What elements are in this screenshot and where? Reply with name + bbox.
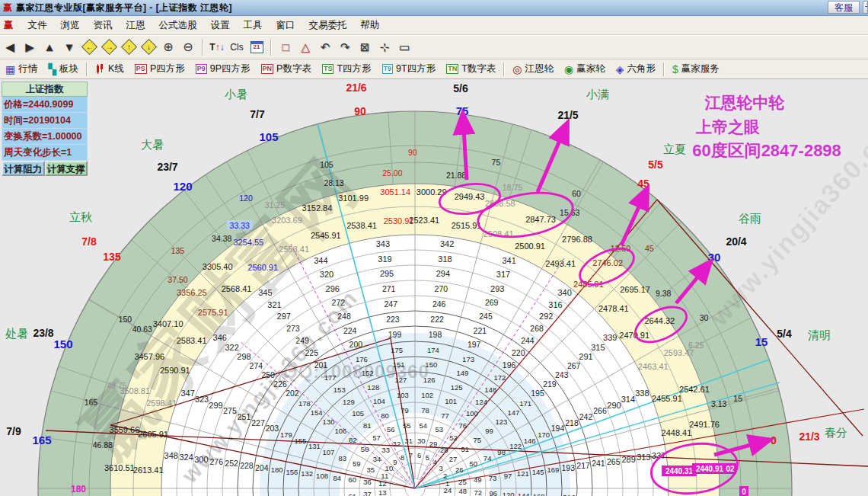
svg-text:324: 324 <box>179 453 193 462</box>
svg-text:32: 32 <box>393 440 401 448</box>
svg-text:83: 83 <box>339 454 347 462</box>
svg-text:0: 0 <box>771 434 777 446</box>
svg-text:上帝之眼: 上帝之眼 <box>695 118 760 136</box>
view-button-t-square[interactable]: TST四方形 <box>317 61 377 77</box>
nav-last-icon[interactable]: ▶ <box>21 38 39 56</box>
draw-square-icon[interactable]: □ <box>276 38 295 56</box>
svg-text:2553.41: 2553.41 <box>279 245 309 254</box>
svg-text:2448.41: 2448.41 <box>662 428 692 437</box>
svg-text:224: 224 <box>343 326 357 335</box>
svg-text:72: 72 <box>474 488 483 496</box>
menu-item-资讯[interactable]: 资讯 <box>87 18 120 34</box>
svg-text:59: 59 <box>353 459 361 468</box>
svg-text:100: 100 <box>466 409 478 418</box>
svg-text:289: 289 <box>621 455 635 464</box>
svg-text:2746.02: 2746.02 <box>592 258 623 267</box>
9p-square-icon: P9 <box>196 64 207 74</box>
titlebar-buttons: 客服讠 <box>828 1 868 14</box>
t-updown-icon[interactable]: T↑↓ <box>208 38 226 56</box>
svg-text:48: 48 <box>459 487 468 495</box>
pan-down-icon[interactable]: ↓ <box>139 38 158 56</box>
svg-text:245: 245 <box>479 312 493 321</box>
svg-text:199: 199 <box>388 330 402 339</box>
svg-text:179: 179 <box>280 430 292 439</box>
view-button-quotes[interactable]: ▦行情 <box>0 61 43 77</box>
menu-item-设置[interactable]: 设置 <box>204 18 237 34</box>
view-button-hexagon[interactable]: ◈六角形 <box>611 61 661 77</box>
svg-text:30: 30 <box>700 313 709 322</box>
pan-left-icon-shape: ← <box>81 39 97 55</box>
rotate-ccw-icon[interactable]: ↶ <box>316 38 334 56</box>
zoom-out-icon[interactable]: ⊖ <box>179 38 197 56</box>
delete-box-icon[interactable]: ⊠ <box>356 38 374 56</box>
svg-text:5/4: 5/4 <box>777 328 792 340</box>
menu-item-公式选股[interactable]: 公式选股 <box>152 18 204 34</box>
partial-button[interactable]: 讠 <box>863 1 868 14</box>
svg-text:269: 269 <box>485 298 499 307</box>
svg-text:228: 228 <box>240 461 254 470</box>
view-button-9p-square[interactable]: P99P四方形 <box>190 61 256 77</box>
svg-text:84: 84 <box>333 474 342 482</box>
toolbar-separator <box>86 62 88 76</box>
view-button-kline[interactable]: K线 <box>90 61 129 77</box>
menu-item-窗口[interactable]: 窗口 <box>270 18 302 34</box>
toolbar-views: ▦行情▚板块K线PSP四方形P99P四方形PNP数字表TST四方形T99T四方形… <box>0 59 868 79</box>
screen-icon[interactable]: ▭ <box>395 38 413 56</box>
menu-item-江恩[interactable]: 江恩 <box>120 18 152 34</box>
view-button-winner-service[interactable]: $赢家服务 <box>667 61 725 77</box>
svg-text:247: 247 <box>385 299 398 309</box>
center-icon[interactable]: ⊹ <box>375 38 394 56</box>
svg-text:145: 145 <box>532 468 544 476</box>
view-button-sectors[interactable]: ▚板块 <box>43 61 84 77</box>
view-button-p-square[interactable]: PSP四方形 <box>129 61 190 77</box>
pan-right-icon[interactable]: → <box>100 38 118 56</box>
cls-button[interactable]: Cls <box>228 38 246 56</box>
pan-down-icon-shape: ↓ <box>140 39 156 55</box>
svg-text:76: 76 <box>458 421 467 430</box>
menu-item-交易委托[interactable]: 交易委托 <box>302 18 354 34</box>
rotate-cw-icon[interactable]: ↷ <box>336 38 354 56</box>
support-button[interactable]: 客服 <box>828 1 860 14</box>
annotation-title: 江恩轮中轮上帝之眼60度区间2847-2898 <box>692 94 841 160</box>
view-button-gann-wheel[interactable]: ◎江恩轮 <box>507 61 559 77</box>
svg-text:175: 175 <box>391 346 403 354</box>
svg-text:2605.91: 2605.91 <box>138 430 168 439</box>
svg-text:78: 78 <box>421 406 429 414</box>
menu-item-浏览[interactable]: 浏览 <box>54 18 87 34</box>
svg-text:74: 74 <box>483 454 492 462</box>
calendar-icon[interactable]: 21 <box>247 38 266 56</box>
menu-item-文件[interactable]: 文件 <box>21 18 54 34</box>
svg-text:293: 293 <box>490 284 504 293</box>
view-button-winner-wheel[interactable]: ◉赢家轮 <box>559 61 611 77</box>
svg-text:33: 33 <box>381 446 390 454</box>
svg-text:348: 348 <box>164 451 178 460</box>
svg-text:13: 13 <box>378 488 387 496</box>
pan-left-icon[interactable]: ← <box>80 38 98 56</box>
svg-text:322: 322 <box>225 343 238 352</box>
view-button-9t-square[interactable]: T99T四方形 <box>377 61 442 77</box>
svg-text:2847.73: 2847.73 <box>525 215 556 224</box>
calc-resistance-button[interactable]: 计算阻力 <box>2 161 45 176</box>
view-button-p-number[interactable]: PNP数字表 <box>256 61 317 77</box>
svg-text:2440.91: 2440.91 <box>696 465 724 473</box>
svg-text:小暑: 小暑 <box>224 88 247 101</box>
calc-support-button[interactable]: 计算支撑 <box>45 161 88 176</box>
zoom-in-icon[interactable]: ⊕ <box>159 38 177 56</box>
pan-up-icon[interactable]: ↑ <box>120 38 138 56</box>
svg-text:54: 54 <box>420 421 428 430</box>
svg-text:7/9: 7/9 <box>6 425 21 437</box>
nav-down-icon[interactable]: ▼ <box>60 38 78 56</box>
draw-triangle-icon[interactable]: △ <box>296 38 314 56</box>
svg-text:60度区间2847-2898: 60度区间2847-2898 <box>692 141 841 160</box>
menu-item-工具[interactable]: 工具 <box>237 18 270 34</box>
nav-first-icon[interactable]: ◀ <box>1 38 19 56</box>
svg-text:34: 34 <box>373 455 381 463</box>
svg-text:谷雨: 谷雨 <box>739 212 761 225</box>
nav-up-icon[interactable]: ▲ <box>40 38 59 56</box>
svg-text:338: 338 <box>635 389 649 398</box>
menu-item-帮助[interactable]: 帮助 <box>354 18 387 34</box>
svg-text:3559.66: 3559.66 <box>110 425 140 434</box>
svg-text:127: 127 <box>394 376 407 384</box>
instrument-name: 上证指数 <box>2 82 88 97</box>
view-button-t-number[interactable]: TNT数字表 <box>441 61 501 77</box>
